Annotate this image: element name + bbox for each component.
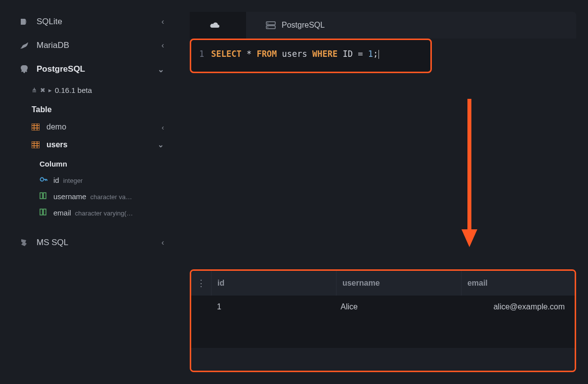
svg-rect-0 [32, 124, 40, 130]
connection-icon: ⋔ [32, 86, 37, 94]
sqlite-icon [20, 18, 30, 26]
line-number: 1 [199, 49, 204, 59]
mssql-icon [20, 238, 30, 247]
chevron-left-icon: ‹ [162, 238, 164, 247]
column-type: character varying(… [75, 210, 133, 217]
db-item-postgresql[interactable]: PostgreSQL ⌄ [0, 57, 178, 81]
cloud-icon [210, 21, 220, 29]
svg-rect-14 [40, 193, 42, 199]
chevron-left-icon: ‹ [162, 17, 164, 26]
svg-rect-17 [43, 209, 46, 215]
column-name: id [53, 176, 59, 184]
sidebar: SQLite ‹ MariaDB ‹ PostgreSQL ⌄ ⋔ ✖ ▸ 0.… [0, 0, 178, 384]
tab-cloud[interactable] [190, 12, 246, 39]
svg-rect-5 [32, 141, 40, 148]
column-type: character va… [90, 193, 132, 201]
svg-point-20 [267, 23, 268, 24]
code-content: SELECT * FROM users WHERE ID = 1; [211, 49, 379, 59]
table-label: demo [46, 123, 66, 131]
db-label: SQLite [37, 17, 62, 27]
column-header-id[interactable]: id [211, 271, 336, 296]
chevron-left-icon: ‹ [162, 41, 164, 50]
results-panel: ⋮ id username email 1 Alice alice@exampl… [190, 269, 576, 372]
db-item-mssql[interactable]: MS SQL ‹ [0, 231, 178, 255]
key-icon [40, 176, 48, 183]
mariadb-icon [20, 42, 30, 49]
version-row: ⋔ ✖ ▸ 0.16.1 beta [0, 81, 178, 99]
cell-email: alice@example.com [458, 296, 575, 318]
postgresql-icon [20, 65, 30, 74]
code-line: 1 SELECT * FROM users WHERE ID = 1; [199, 49, 422, 59]
table-item-users[interactable]: users ⌄ [0, 136, 178, 154]
svg-point-10 [41, 178, 44, 181]
results-footer [191, 348, 575, 371]
column-type: integer [63, 177, 83, 184]
db-item-mariadb[interactable]: MariaDB ‹ [0, 34, 178, 57]
results-header: ⋮ id username email [191, 271, 575, 296]
svg-point-21 [267, 27, 268, 28]
column-icon [40, 209, 48, 215]
column-name: email [53, 209, 71, 217]
table-section-label: Table [0, 99, 178, 118]
column-icon [40, 192, 48, 199]
column-item-id[interactable]: id integer [0, 172, 178, 188]
column-section-label: Column [0, 154, 178, 172]
column-header-email[interactable]: email [461, 271, 575, 296]
tab-bar: PostgreSQL [190, 12, 576, 39]
main-panel: PostgreSQL 1 SELECT * FROM users WHERE I… [178, 0, 588, 384]
db-label: MS SQL [37, 238, 68, 248]
text-cursor [378, 50, 379, 59]
disconnect-icon[interactable]: ✖ [40, 86, 45, 94]
tab-label: PostgreSQL [282, 21, 325, 30]
tab-postgresql[interactable]: PostgreSQL [246, 12, 344, 39]
row-menu-icon[interactable]: ⋮ [191, 271, 211, 296]
db-item-sqlite[interactable]: SQLite ‹ [0, 10, 178, 34]
cell-id: 1 [211, 296, 335, 318]
version-text: 0.16.1 beta [55, 86, 92, 94]
table-row[interactable]: 1 Alice alice@example.com [191, 296, 575, 318]
svg-rect-16 [40, 209, 42, 215]
server-icon [266, 21, 276, 29]
table-icon [32, 124, 41, 130]
column-header-username[interactable]: username [336, 271, 461, 296]
db-label: PostgreSQL [37, 64, 85, 74]
table-item-demo[interactable]: demo ‹ [0, 118, 178, 136]
svg-rect-15 [43, 193, 46, 199]
column-name: username [53, 192, 86, 201]
cell-username: Alice [335, 296, 458, 318]
chevron-left-icon: ‹ [162, 123, 164, 131]
sql-editor[interactable]: 1 SELECT * FROM users WHERE ID = 1; [190, 39, 432, 73]
chevron-down-icon: ⌄ [158, 140, 164, 149]
table-icon [32, 141, 41, 148]
chevron-down-icon: ⌄ [158, 65, 164, 74]
play-icon[interactable]: ▸ [48, 86, 52, 94]
db-label: MariaDB [37, 41, 69, 50]
column-item-username[interactable]: username character va… [0, 188, 178, 205]
table-label: users [46, 140, 68, 149]
column-item-email[interactable]: email character varying(… [0, 205, 178, 221]
results-empty-space [191, 318, 575, 348]
